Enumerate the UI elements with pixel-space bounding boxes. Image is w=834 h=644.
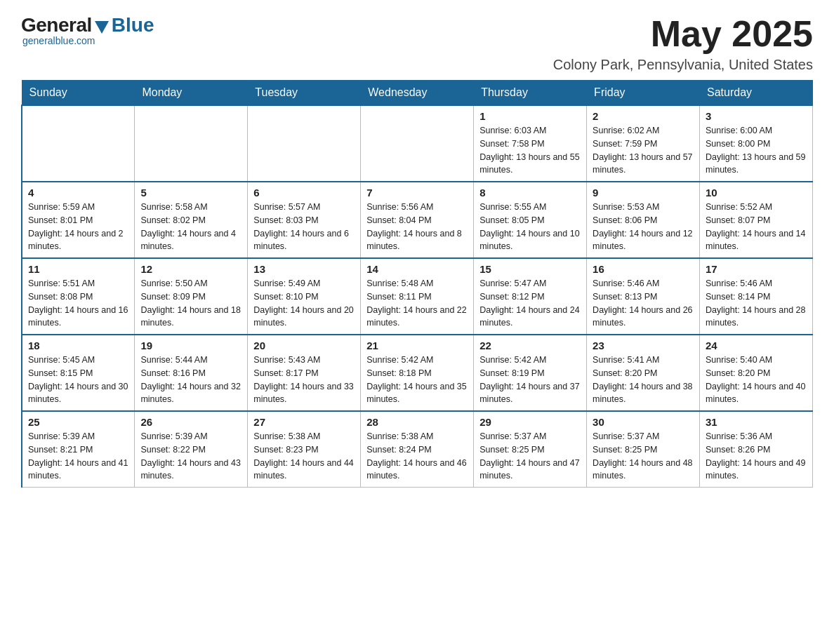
calendar-cell: 14Sunrise: 5:48 AM Sunset: 8:11 PM Dayli… [361,258,474,335]
day-info: Sunrise: 5:51 AM Sunset: 8:08 PM Dayligh… [28,277,128,330]
day-number: 3 [706,110,807,122]
day-number: 15 [479,263,581,275]
day-number: 17 [706,263,807,275]
calendar-cell: 3Sunrise: 6:00 AM Sunset: 8:00 PM Daylig… [700,105,813,182]
title-area: May 2025 Colony Park, Pennsylvania, Unit… [553,14,813,73]
calendar-week-row: 18Sunrise: 5:45 AM Sunset: 8:15 PM Dayli… [22,335,813,411]
day-number: 11 [28,263,128,275]
day-number: 2 [593,110,694,122]
calendar-cell: 27Sunrise: 5:38 AM Sunset: 8:23 PM Dayli… [248,411,361,488]
day-info: Sunrise: 5:55 AM Sunset: 8:05 PM Dayligh… [479,201,581,253]
day-number: 19 [140,340,241,351]
day-number: 14 [366,263,468,275]
day-number: 27 [253,416,355,428]
day-info: Sunrise: 5:59 AM Sunset: 8:01 PM Dayligh… [28,201,128,253]
day-number: 6 [253,187,355,199]
calendar-cell: 31Sunrise: 5:36 AM Sunset: 8:26 PM Dayli… [700,411,813,488]
calendar-cell: 23Sunrise: 5:41 AM Sunset: 8:20 PM Dayli… [587,335,700,411]
calendar-header-wednesday: Wednesday [361,81,474,106]
day-info: Sunrise: 5:56 AM Sunset: 8:04 PM Dayligh… [366,201,468,253]
calendar-header-thursday: Thursday [474,81,587,106]
calendar-cell: 26Sunrise: 5:39 AM Sunset: 8:22 PM Dayli… [135,411,248,488]
day-number: 1 [479,110,581,122]
logo-general-text: General [21,14,92,36]
day-number: 25 [28,416,128,428]
calendar-header-saturday: Saturday [700,81,813,106]
day-info: Sunrise: 5:38 AM Sunset: 8:23 PM Dayligh… [253,430,355,483]
calendar-cell: 22Sunrise: 5:42 AM Sunset: 8:19 PM Dayli… [474,335,587,411]
day-info: Sunrise: 5:57 AM Sunset: 8:03 PM Dayligh… [253,201,355,253]
calendar-cell: 13Sunrise: 5:49 AM Sunset: 8:10 PM Dayli… [248,258,361,335]
logo: General Blue generalblue.com [21,14,154,46]
calendar-cell: 16Sunrise: 5:46 AM Sunset: 8:13 PM Dayli… [587,258,700,335]
location-subtitle: Colony Park, Pennsylvania, United States [553,57,813,73]
day-info: Sunrise: 6:00 AM Sunset: 8:00 PM Dayligh… [706,124,807,177]
day-info: Sunrise: 5:50 AM Sunset: 8:09 PM Dayligh… [140,277,241,330]
day-info: Sunrise: 5:52 AM Sunset: 8:07 PM Dayligh… [706,201,807,253]
day-info: Sunrise: 5:40 AM Sunset: 8:20 PM Dayligh… [706,354,807,406]
calendar-cell: 10Sunrise: 5:52 AM Sunset: 8:07 PM Dayli… [700,182,813,258]
day-number: 24 [706,340,807,351]
day-info: Sunrise: 5:48 AM Sunset: 8:11 PM Dayligh… [366,277,468,330]
day-info: Sunrise: 5:45 AM Sunset: 8:15 PM Dayligh… [28,354,128,406]
day-info: Sunrise: 5:36 AM Sunset: 8:26 PM Dayligh… [706,430,807,483]
day-info: Sunrise: 5:39 AM Sunset: 8:22 PM Dayligh… [140,430,241,483]
calendar-cell: 12Sunrise: 5:50 AM Sunset: 8:09 PM Dayli… [135,258,248,335]
day-number: 16 [593,263,694,275]
calendar-week-row: 4Sunrise: 5:59 AM Sunset: 8:01 PM Daylig… [22,182,813,258]
calendar-header-row: SundayMondayTuesdayWednesdayThursdayFrid… [22,81,813,106]
day-info: Sunrise: 5:49 AM Sunset: 8:10 PM Dayligh… [253,277,355,330]
calendar-cell: 17Sunrise: 5:46 AM Sunset: 8:14 PM Dayli… [700,258,813,335]
calendar-cell: 25Sunrise: 5:39 AM Sunset: 8:21 PM Dayli… [22,411,135,488]
calendar-cell: 2Sunrise: 6:02 AM Sunset: 7:59 PM Daylig… [587,105,700,182]
day-info: Sunrise: 5:46 AM Sunset: 8:14 PM Dayligh… [706,277,807,330]
logo-subtitle: generalblue.com [22,35,95,46]
page-header: General Blue generalblue.com May 2025 Co… [21,14,813,73]
day-number: 21 [366,340,468,351]
calendar-cell: 24Sunrise: 5:40 AM Sunset: 8:20 PM Dayli… [700,335,813,411]
day-info: Sunrise: 5:41 AM Sunset: 8:20 PM Dayligh… [593,354,694,406]
day-info: Sunrise: 5:44 AM Sunset: 8:16 PM Dayligh… [140,354,241,406]
day-number: 28 [366,416,468,428]
day-info: Sunrise: 5:53 AM Sunset: 8:06 PM Dayligh… [593,201,694,253]
calendar-cell: 18Sunrise: 5:45 AM Sunset: 8:15 PM Dayli… [22,335,135,411]
day-info: Sunrise: 5:42 AM Sunset: 8:18 PM Dayligh… [366,354,468,406]
calendar-cell: 29Sunrise: 5:37 AM Sunset: 8:25 PM Dayli… [474,411,587,488]
day-info: Sunrise: 6:03 AM Sunset: 7:58 PM Dayligh… [479,124,581,177]
calendar-cell: 1Sunrise: 6:03 AM Sunset: 7:58 PM Daylig… [474,105,587,182]
calendar-table: SundayMondayTuesdayWednesdayThursdayFrid… [21,80,813,488]
day-number: 18 [28,340,128,351]
day-info: Sunrise: 5:46 AM Sunset: 8:13 PM Dayligh… [593,277,694,330]
day-info: Sunrise: 5:37 AM Sunset: 8:25 PM Dayligh… [479,430,581,483]
day-info: Sunrise: 5:43 AM Sunset: 8:17 PM Dayligh… [253,354,355,406]
calendar-cell: 9Sunrise: 5:53 AM Sunset: 8:06 PM Daylig… [587,182,700,258]
day-number: 12 [140,263,241,275]
day-info: Sunrise: 6:02 AM Sunset: 7:59 PM Dayligh… [593,124,694,177]
logo-blue-text: Blue [112,14,154,36]
calendar-header-monday: Monday [135,81,248,106]
calendar-cell: 4Sunrise: 5:59 AM Sunset: 8:01 PM Daylig… [22,182,135,258]
calendar-cell: 5Sunrise: 5:58 AM Sunset: 8:02 PM Daylig… [135,182,248,258]
day-number: 23 [593,340,694,351]
day-number: 29 [479,416,581,428]
calendar-cell [361,105,474,182]
logo-triangle-icon [95,21,109,34]
calendar-cell: 8Sunrise: 5:55 AM Sunset: 8:05 PM Daylig… [474,182,587,258]
day-info: Sunrise: 5:58 AM Sunset: 8:02 PM Dayligh… [140,201,241,253]
calendar-header-sunday: Sunday [22,81,135,106]
calendar-header-tuesday: Tuesday [248,81,361,106]
day-number: 26 [140,416,241,428]
day-number: 7 [366,187,468,199]
day-number: 4 [28,187,128,199]
day-info: Sunrise: 5:37 AM Sunset: 8:25 PM Dayligh… [593,430,694,483]
calendar-cell [22,105,135,182]
calendar-week-row: 25Sunrise: 5:39 AM Sunset: 8:21 PM Dayli… [22,411,813,488]
calendar-cell [248,105,361,182]
day-number: 8 [479,187,581,199]
calendar-cell: 30Sunrise: 5:37 AM Sunset: 8:25 PM Dayli… [587,411,700,488]
calendar-cell: 15Sunrise: 5:47 AM Sunset: 8:12 PM Dayli… [474,258,587,335]
day-number: 31 [706,416,807,428]
calendar-cell [135,105,248,182]
calendar-cell: 20Sunrise: 5:43 AM Sunset: 8:17 PM Dayli… [248,335,361,411]
calendar-cell: 6Sunrise: 5:57 AM Sunset: 8:03 PM Daylig… [248,182,361,258]
